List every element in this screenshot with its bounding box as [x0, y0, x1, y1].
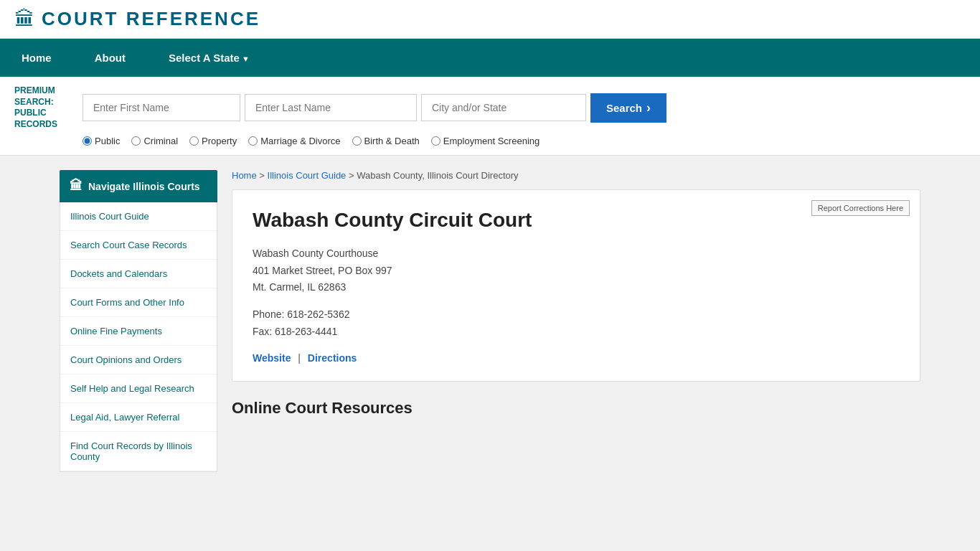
sidebar: 🏛 Navigate Illinois Courts Illinois Cour…: [60, 170, 217, 472]
radio-property[interactable]: Property: [189, 136, 237, 146]
sidebar-item-court-forms[interactable]: Court Forms and Other Info: [60, 288, 217, 317]
sidebar-header: 🏛 Navigate Illinois Courts: [60, 170, 217, 202]
last-name-input[interactable]: [245, 94, 417, 121]
site-header: 🏛 COURT REFERENCE: [0, 0, 980, 39]
site-logo-icon: 🏛: [14, 7, 34, 31]
main-content: 🏛 Navigate Illinois Courts Illinois Cour…: [45, 156, 935, 486]
premium-label: PREMIUM SEARCH: PUBLIC RECORDS: [14, 85, 72, 130]
radio-birth-death[interactable]: Birth & Death: [352, 136, 420, 146]
report-corrections-button[interactable]: Report Corrections Here: [811, 200, 910, 216]
page-content: Home > Illinois Court Guide > Wabash Cou…: [232, 170, 920, 472]
sidebar-nav-icon: 🏛: [70, 179, 83, 194]
sidebar-header-label: Navigate Illinois Courts: [88, 181, 200, 192]
city-input[interactable]: [421, 94, 586, 121]
search-inputs: Search: [83, 93, 966, 123]
sidebar-item-find-court-records: Find Court Records by Illinois County: [60, 432, 217, 471]
address-line3: Mt. Carmel, IL 62863: [253, 279, 900, 296]
radio-marriage-divorce[interactable]: Marriage & Divorce: [248, 136, 340, 146]
sidebar-item-self-help[interactable]: Self Help and Legal Research: [60, 375, 217, 403]
court-fax: Fax: 618-263-4441: [253, 324, 900, 341]
sidebar-item-legal-aid[interactable]: Legal Aid, Lawyer Referral: [60, 403, 217, 432]
radio-criminal[interactable]: Criminal: [131, 136, 178, 146]
link-separator: |: [298, 352, 301, 364]
sidebar-item-search-court-case-records[interactable]: Search Court Case Records: [60, 231, 217, 260]
address-line1: Wabash County Courthouse: [253, 245, 900, 263]
court-phone: Phone: 618-262-5362: [253, 306, 900, 324]
search-radio-group: Public Criminal Property Marriage & Divo…: [83, 136, 966, 146]
breadcrumb-illinois-court-guide[interactable]: Illinois Court Guide: [268, 170, 347, 181]
nav-select-state[interactable]: Select A State: [147, 39, 271, 77]
radio-public[interactable]: Public: [83, 136, 120, 146]
sidebar-item-court-opinions[interactable]: Court Opinions and Orders: [60, 346, 217, 375]
search-button[interactable]: Search: [590, 93, 666, 123]
court-card: Report Corrections Here Wabash County Ci…: [232, 189, 920, 381]
website-link[interactable]: Website: [253, 352, 291, 364]
first-name-input[interactable]: [83, 94, 240, 121]
court-address: Wabash County Courthouse 401 Market Stre…: [253, 245, 900, 296]
breadcrumb: Home > Illinois Court Guide > Wabash Cou…: [232, 170, 920, 181]
sidebar-item-dockets-calendars[interactable]: Dockets and Calendars: [60, 260, 217, 288]
sidebar-menu: Illinois Court Guide Search Court Case R…: [60, 202, 217, 472]
online-resources-title: Online Court Resources: [232, 399, 920, 418]
address-line2: 401 Market Street, PO Box 997: [253, 263, 900, 280]
nav-home[interactable]: Home: [0, 39, 73, 77]
breadcrumb-home[interactable]: Home: [232, 170, 257, 181]
court-name: Wabash County Circuit Court: [253, 207, 900, 233]
court-contact: Phone: 618-262-5362 Fax: 618-263-4441: [253, 306, 900, 341]
search-bar: PREMIUM SEARCH: PUBLIC RECORDS Search Pu…: [0, 77, 980, 156]
radio-employment[interactable]: Employment Screening: [431, 136, 540, 146]
nav-about[interactable]: About: [73, 39, 147, 77]
directions-link[interactable]: Directions: [308, 352, 357, 364]
court-links: Website | Directions: [253, 352, 900, 364]
sidebar-item-illinois-court-guide[interactable]: Illinois Court Guide: [60, 202, 217, 231]
main-nav: Home About Select A State: [0, 39, 980, 77]
site-title: COURT REFERENCE: [42, 8, 260, 30]
breadcrumb-current: Wabash County, Illinois Court Directory: [357, 170, 518, 181]
sidebar-item-online-fine-payments[interactable]: Online Fine Payments: [60, 317, 217, 346]
